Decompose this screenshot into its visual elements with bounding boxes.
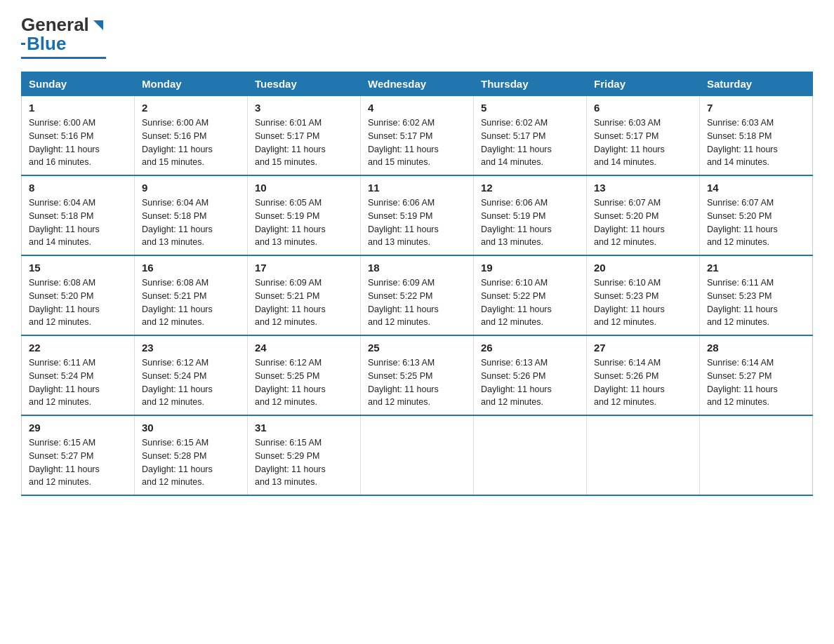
day-info: Sunrise: 6:07 AMSunset: 5:20 PMDaylight:… xyxy=(707,196,805,249)
page-header: General Blue xyxy=(21,14,813,59)
day-number: 31 xyxy=(255,422,353,434)
col-header-monday: Monday xyxy=(135,72,248,96)
day-number: 19 xyxy=(481,262,579,274)
day-info: Sunrise: 6:15 AMSunset: 5:29 PMDaylight:… xyxy=(255,436,353,489)
day-cell-29: 29Sunrise: 6:15 AMSunset: 5:27 PMDayligh… xyxy=(22,415,135,495)
day-cell-12: 12Sunrise: 6:06 AMSunset: 5:19 PMDayligh… xyxy=(474,175,587,255)
day-cell-3: 3Sunrise: 6:01 AMSunset: 5:17 PMDaylight… xyxy=(248,96,361,176)
day-cell-21: 21Sunrise: 6:11 AMSunset: 5:23 PMDayligh… xyxy=(700,255,813,335)
day-info: Sunrise: 6:00 AMSunset: 5:16 PMDaylight:… xyxy=(142,116,240,169)
day-cell-16: 16Sunrise: 6:08 AMSunset: 5:21 PMDayligh… xyxy=(135,255,248,335)
day-cell-20: 20Sunrise: 6:10 AMSunset: 5:23 PMDayligh… xyxy=(587,255,700,335)
week-row-5: 29Sunrise: 6:15 AMSunset: 5:27 PMDayligh… xyxy=(22,415,813,495)
day-number: 7 xyxy=(707,102,805,114)
day-number: 1 xyxy=(29,102,127,114)
col-header-saturday: Saturday xyxy=(700,72,813,96)
day-info: Sunrise: 6:05 AMSunset: 5:19 PMDaylight:… xyxy=(255,196,353,249)
day-number: 3 xyxy=(255,102,353,114)
week-row-2: 8Sunrise: 6:04 AMSunset: 5:18 PMDaylight… xyxy=(22,175,813,255)
day-cell-9: 9Sunrise: 6:04 AMSunset: 5:18 PMDaylight… xyxy=(135,175,248,255)
day-cell-30: 30Sunrise: 6:15 AMSunset: 5:28 PMDayligh… xyxy=(135,415,248,495)
day-number: 11 xyxy=(368,182,466,194)
day-info: Sunrise: 6:04 AMSunset: 5:18 PMDaylight:… xyxy=(29,196,127,249)
week-row-3: 15Sunrise: 6:08 AMSunset: 5:20 PMDayligh… xyxy=(22,255,813,335)
week-row-1: 1Sunrise: 6:00 AMSunset: 5:16 PMDaylight… xyxy=(22,96,813,176)
day-cell-19: 19Sunrise: 6:10 AMSunset: 5:22 PMDayligh… xyxy=(474,255,587,335)
day-number: 21 xyxy=(707,262,805,274)
day-number: 22 xyxy=(29,342,127,354)
day-number: 29 xyxy=(29,422,127,434)
day-info: Sunrise: 6:09 AMSunset: 5:22 PMDaylight:… xyxy=(368,276,466,329)
svg-marker-0 xyxy=(93,20,103,30)
day-number: 9 xyxy=(142,182,240,194)
day-number: 13 xyxy=(594,182,692,194)
day-info: Sunrise: 6:15 AMSunset: 5:27 PMDaylight:… xyxy=(29,436,127,489)
day-info: Sunrise: 6:04 AMSunset: 5:18 PMDaylight:… xyxy=(142,196,240,249)
day-info: Sunrise: 6:12 AMSunset: 5:25 PMDaylight:… xyxy=(255,356,353,409)
day-cell-23: 23Sunrise: 6:12 AMSunset: 5:24 PMDayligh… xyxy=(135,335,248,415)
col-header-sunday: Sunday xyxy=(22,72,135,96)
day-info: Sunrise: 6:12 AMSunset: 5:24 PMDaylight:… xyxy=(142,356,240,409)
day-cell-24: 24Sunrise: 6:12 AMSunset: 5:25 PMDayligh… xyxy=(248,335,361,415)
day-cell-7: 7Sunrise: 6:03 AMSunset: 5:18 PMDaylight… xyxy=(700,96,813,176)
col-header-tuesday: Tuesday xyxy=(248,72,361,96)
day-cell-22: 22Sunrise: 6:11 AMSunset: 5:24 PMDayligh… xyxy=(22,335,135,415)
day-cell-17: 17Sunrise: 6:09 AMSunset: 5:21 PMDayligh… xyxy=(248,255,361,335)
day-info: Sunrise: 6:11 AMSunset: 5:23 PMDaylight:… xyxy=(707,276,805,329)
day-number: 14 xyxy=(707,182,805,194)
logo-triangle-icon xyxy=(91,18,106,33)
logo-blue: Blue xyxy=(27,33,66,55)
empty-cell xyxy=(361,415,474,495)
day-info: Sunrise: 6:08 AMSunset: 5:21 PMDaylight:… xyxy=(142,276,240,329)
calendar-header-row: SundayMondayTuesdayWednesdayThursdayFrid… xyxy=(22,72,813,96)
day-cell-18: 18Sunrise: 6:09 AMSunset: 5:22 PMDayligh… xyxy=(361,255,474,335)
day-cell-26: 26Sunrise: 6:13 AMSunset: 5:26 PMDayligh… xyxy=(474,335,587,415)
day-info: Sunrise: 6:02 AMSunset: 5:17 PMDaylight:… xyxy=(368,116,466,169)
day-cell-27: 27Sunrise: 6:14 AMSunset: 5:26 PMDayligh… xyxy=(587,335,700,415)
day-info: Sunrise: 6:00 AMSunset: 5:16 PMDaylight:… xyxy=(29,116,127,169)
day-cell-25: 25Sunrise: 6:13 AMSunset: 5:25 PMDayligh… xyxy=(361,335,474,415)
day-cell-11: 11Sunrise: 6:06 AMSunset: 5:19 PMDayligh… xyxy=(361,175,474,255)
day-number: 25 xyxy=(368,342,466,354)
day-cell-15: 15Sunrise: 6:08 AMSunset: 5:20 PMDayligh… xyxy=(22,255,135,335)
day-number: 28 xyxy=(707,342,805,354)
day-number: 8 xyxy=(29,182,127,194)
calendar-table: SundayMondayTuesdayWednesdayThursdayFrid… xyxy=(21,72,813,496)
day-cell-28: 28Sunrise: 6:14 AMSunset: 5:27 PMDayligh… xyxy=(700,335,813,415)
day-info: Sunrise: 6:15 AMSunset: 5:28 PMDaylight:… xyxy=(142,436,240,489)
empty-cell xyxy=(474,415,587,495)
day-info: Sunrise: 6:11 AMSunset: 5:24 PMDaylight:… xyxy=(29,356,127,409)
week-row-4: 22Sunrise: 6:11 AMSunset: 5:24 PMDayligh… xyxy=(22,335,813,415)
day-number: 4 xyxy=(368,102,466,114)
day-info: Sunrise: 6:09 AMSunset: 5:21 PMDaylight:… xyxy=(255,276,353,329)
day-info: Sunrise: 6:14 AMSunset: 5:26 PMDaylight:… xyxy=(594,356,692,409)
day-number: 6 xyxy=(594,102,692,114)
empty-cell xyxy=(700,415,813,495)
col-header-thursday: Thursday xyxy=(474,72,587,96)
day-cell-2: 2Sunrise: 6:00 AMSunset: 5:16 PMDaylight… xyxy=(135,96,248,176)
day-number: 2 xyxy=(142,102,240,114)
day-cell-10: 10Sunrise: 6:05 AMSunset: 5:19 PMDayligh… xyxy=(248,175,361,255)
day-number: 24 xyxy=(255,342,353,354)
day-number: 26 xyxy=(481,342,579,354)
day-number: 18 xyxy=(368,262,466,274)
day-cell-6: 6Sunrise: 6:03 AMSunset: 5:17 PMDaylight… xyxy=(587,96,700,176)
day-number: 30 xyxy=(142,422,240,434)
day-info: Sunrise: 6:03 AMSunset: 5:17 PMDaylight:… xyxy=(594,116,692,169)
empty-cell xyxy=(587,415,700,495)
day-number: 20 xyxy=(594,262,692,274)
day-cell-1: 1Sunrise: 6:00 AMSunset: 5:16 PMDaylight… xyxy=(22,96,135,176)
col-header-friday: Friday xyxy=(587,72,700,96)
day-info: Sunrise: 6:10 AMSunset: 5:22 PMDaylight:… xyxy=(481,276,579,329)
day-info: Sunrise: 6:14 AMSunset: 5:27 PMDaylight:… xyxy=(707,356,805,409)
day-info: Sunrise: 6:08 AMSunset: 5:20 PMDaylight:… xyxy=(29,276,127,329)
day-number: 23 xyxy=(142,342,240,354)
day-number: 10 xyxy=(255,182,353,194)
col-header-wednesday: Wednesday xyxy=(361,72,474,96)
day-cell-5: 5Sunrise: 6:02 AMSunset: 5:17 PMDaylight… xyxy=(474,96,587,176)
day-number: 15 xyxy=(29,262,127,274)
logo: General Blue xyxy=(21,14,106,59)
day-info: Sunrise: 6:03 AMSunset: 5:18 PMDaylight:… xyxy=(707,116,805,169)
day-info: Sunrise: 6:13 AMSunset: 5:26 PMDaylight:… xyxy=(481,356,579,409)
day-info: Sunrise: 6:10 AMSunset: 5:23 PMDaylight:… xyxy=(594,276,692,329)
